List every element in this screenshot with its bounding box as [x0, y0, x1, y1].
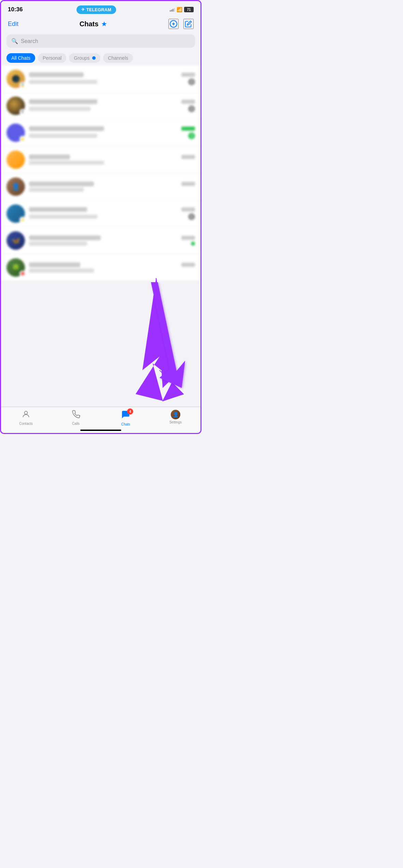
nav-header: Edit Chats ★	[1, 16, 200, 32]
chat-item[interactable]	[1, 146, 200, 173]
chat-time	[181, 182, 195, 186]
compose-button[interactable]	[183, 19, 194, 29]
calls-icon	[71, 410, 80, 421]
avatar-circle: 🍀	[6, 258, 25, 277]
signal-bar-3	[172, 9, 173, 12]
tab-settings[interactable]: 👤 Settings	[151, 410, 200, 424]
chat-name	[29, 99, 97, 104]
chat-name	[29, 235, 101, 240]
tab-chats[interactable]: 4 Chats	[101, 410, 151, 426]
edit-button[interactable]: Edit	[8, 20, 18, 28]
tab-chats-label: Chats	[121, 422, 130, 426]
chat-preview-row	[29, 242, 195, 246]
tab-settings-label: Settings	[169, 420, 182, 424]
chat-preview	[29, 134, 97, 138]
chat-item[interactable]: 👤	[1, 173, 200, 200]
chat-time	[181, 263, 195, 267]
chat-preview-row: 1	[29, 105, 195, 112]
chat-content	[29, 155, 195, 165]
avatar: 🦋	[6, 231, 25, 250]
chat-name-row	[29, 207, 195, 212]
filter-tab-all[interactable]: All Chats	[6, 53, 35, 63]
chat-content: 1	[29, 207, 195, 220]
svg-point-4	[25, 411, 28, 414]
search-placeholder: Search	[21, 38, 38, 44]
chat-preview	[29, 80, 97, 84]
svg-marker-3	[136, 278, 170, 401]
chat-content: 3	[29, 126, 195, 139]
chat-list: 🌑 🏅 2 🎖 1	[1, 66, 200, 281]
avatar-circle	[6, 204, 25, 223]
filter-tab-personal[interactable]: Personal	[38, 53, 66, 63]
chat-preview	[29, 269, 94, 273]
chat-item[interactable]: 🦋	[1, 227, 200, 254]
chat-name	[29, 155, 70, 159]
chat-preview	[29, 215, 97, 219]
chats-icon: 4	[121, 410, 130, 421]
search-bar[interactable]: 🔍 Search	[6, 34, 195, 48]
avatar: ⭐	[6, 204, 25, 223]
add-chat-button[interactable]	[168, 19, 179, 29]
filter-tab-channels[interactable]: Channels	[103, 53, 133, 63]
chat-name	[29, 72, 84, 77]
chat-name-row	[29, 126, 195, 131]
battery-level: 71	[187, 8, 191, 12]
telegram-icon: ✈	[81, 7, 85, 12]
signal-bar-4	[174, 8, 175, 12]
online-dot	[191, 242, 195, 246]
chat-item[interactable]: 🍀 🔴	[1, 254, 200, 281]
telegram-pill: ✈ TELEGRAM	[77, 5, 116, 14]
chat-preview	[29, 161, 104, 165]
nav-title-group: Chats ★	[80, 20, 108, 28]
filter-tab-groups[interactable]: Groups	[69, 53, 100, 63]
chat-item[interactable]: ⭐ 1	[1, 200, 200, 227]
chat-preview-row	[29, 188, 195, 192]
avatar	[6, 150, 25, 169]
tab-calls[interactable]: Calls	[51, 410, 101, 425]
avatar: 🌑 🏅	[6, 70, 25, 88]
chat-time	[181, 100, 195, 104]
chat-name-row	[29, 155, 195, 159]
page-title: Chats	[80, 20, 99, 28]
signal-bars	[170, 8, 175, 12]
search-icon: 🔍	[11, 38, 18, 44]
avatar: 👤	[6, 177, 25, 196]
chat-item[interactable]: 🎖 1	[1, 92, 200, 119]
chat-name-row	[29, 99, 195, 104]
chat-item[interactable]: 🌑 🏅 2	[1, 66, 200, 92]
chat-name-row	[29, 72, 195, 77]
arrow-svg	[132, 282, 194, 402]
status-center: ✈ TELEGRAM	[77, 5, 116, 14]
chat-name-row	[29, 182, 195, 186]
avatar: 🎖	[6, 97, 25, 115]
avatar-circle	[6, 97, 25, 115]
home-indicator	[80, 430, 121, 431]
chat-count: 3	[188, 132, 195, 139]
chats-badge: 4	[127, 408, 133, 415]
chat-preview	[29, 242, 87, 246]
chat-item[interactable]: ⭐ 3	[1, 119, 200, 146]
chat-count: 1	[188, 213, 195, 220]
chat-preview-row: 1	[29, 213, 195, 220]
avatar-circle	[6, 150, 25, 169]
chat-time	[181, 207, 195, 212]
chat-preview-row	[29, 269, 195, 273]
status-bar: 10:36 ✈ TELEGRAM 📶 71	[1, 1, 200, 16]
tab-contacts-label: Contacts	[19, 422, 32, 425]
status-time: 10:36	[8, 6, 23, 13]
avatar-badge: 🏅	[19, 82, 26, 88]
chat-count: 1	[188, 105, 195, 112]
chat-content	[29, 182, 195, 192]
search-container: 🔍 Search	[1, 32, 200, 52]
avatar: 🍀 🔴	[6, 258, 25, 277]
contacts-icon	[22, 410, 30, 421]
tab-contacts[interactable]: Contacts	[1, 410, 51, 425]
signal-bar-1	[170, 10, 171, 12]
chat-content	[29, 235, 195, 246]
avatar-badge: 🔴	[19, 271, 26, 277]
chat-name	[29, 207, 87, 212]
avatar-circle: 🌑	[6, 70, 25, 88]
nav-actions	[168, 19, 194, 29]
chat-name	[29, 126, 104, 131]
star-icon[interactable]: ★	[101, 20, 107, 28]
